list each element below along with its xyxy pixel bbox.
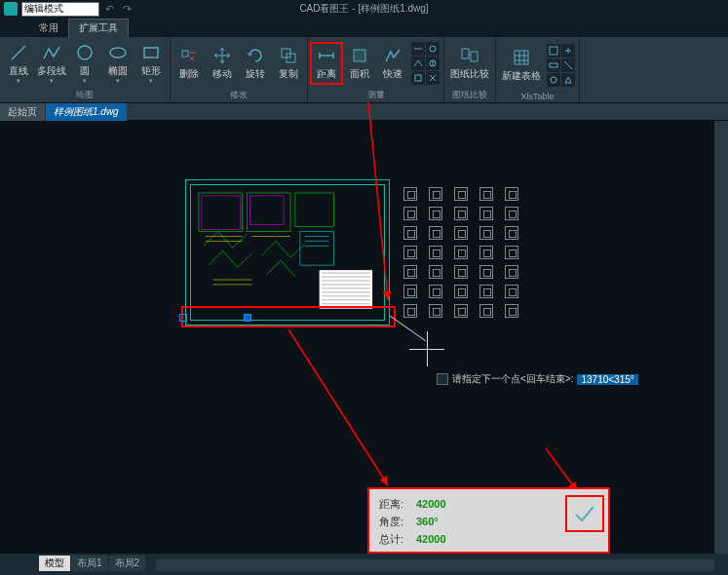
angle-label: 角度: bbox=[379, 513, 416, 530]
svg-line-0 bbox=[12, 46, 25, 59]
layout-model[interactable]: 模型 bbox=[39, 556, 70, 571]
svg-point-8 bbox=[430, 46, 436, 52]
tab-ext[interactable]: 扩展工具 bbox=[68, 19, 129, 37]
group-xls-label: XlsTable bbox=[520, 91, 554, 102]
group-draw-label: 绘图 bbox=[76, 88, 94, 102]
svg-rect-4 bbox=[182, 51, 188, 57]
svg-rect-11 bbox=[462, 49, 469, 58]
svg-rect-13 bbox=[515, 51, 528, 64]
thumbnail-icon[interactable] bbox=[403, 187, 417, 201]
grip-icon[interactable] bbox=[244, 314, 251, 322]
thumbnail-grid bbox=[403, 187, 522, 318]
tab-home[interactable]: 常用 bbox=[29, 19, 68, 37]
group-modify-label: 修改 bbox=[230, 88, 248, 102]
quick-button[interactable]: 快速 bbox=[376, 44, 409, 83]
svg-point-2 bbox=[110, 48, 126, 58]
svg-rect-7 bbox=[354, 50, 365, 61]
newtable-button[interactable]: 新建表格 bbox=[498, 46, 545, 85]
circle-button[interactable]: 圆▾ bbox=[68, 41, 101, 87]
svg-rect-22 bbox=[320, 270, 372, 309]
move-button[interactable]: 移动 bbox=[206, 44, 239, 83]
svg-point-1 bbox=[78, 46, 92, 59]
distance-button[interactable]: 距离 bbox=[310, 42, 343, 85]
total-value: 42000 bbox=[416, 530, 446, 548]
compare-button[interactable]: 图纸比较 bbox=[446, 44, 493, 83]
result-panel: 距离:42000 角度:360° 总计:42000 bbox=[367, 487, 610, 554]
check-icon bbox=[572, 501, 597, 526]
group-measure-label: 测量 bbox=[367, 88, 385, 102]
line-button[interactable]: 直线▾ bbox=[2, 41, 35, 87]
xls-extras[interactable] bbox=[545, 42, 577, 89]
delete-button[interactable]: 删除 bbox=[172, 44, 206, 83]
rotate-button[interactable]: 旋转 bbox=[239, 44, 272, 83]
layout-2[interactable]: 布局2 bbox=[109, 556, 146, 571]
svg-rect-12 bbox=[471, 52, 478, 61]
svg-rect-17 bbox=[199, 193, 243, 232]
svg-rect-10 bbox=[415, 75, 421, 81]
ellipse-button[interactable]: 椭圆▾ bbox=[101, 41, 134, 87]
drawing-frame bbox=[185, 179, 390, 326]
mode-selector[interactable]: 编辑模式 bbox=[21, 2, 99, 17]
doc-tab-start[interactable]: 起始页 bbox=[0, 103, 45, 121]
svg-rect-14 bbox=[550, 47, 557, 55]
app-logo bbox=[4, 2, 18, 16]
polyline-button[interactable]: 多段线▾ bbox=[35, 41, 68, 87]
group-compare-label: 图纸比较 bbox=[452, 88, 487, 102]
svg-rect-19 bbox=[295, 193, 334, 227]
dist-label: 距离: bbox=[379, 495, 416, 513]
confirm-button[interactable] bbox=[565, 495, 604, 532]
ribbon: 直线▾ 多段线▾ 圆▾ 椭圆▾ 矩形▾ 绘图 删除 移动 旋转 复制 修改 距离… bbox=[0, 37, 728, 103]
angle-value: 360° bbox=[416, 513, 439, 530]
selection-highlight bbox=[181, 306, 396, 327]
prompt-input[interactable]: 13710<315° bbox=[577, 374, 637, 385]
window-title: CAD看图王 - [样例图纸1.dwg] bbox=[299, 2, 428, 16]
prompt-icon bbox=[437, 373, 448, 385]
prompt-text: 请指定下一个点<回车结束>: bbox=[452, 372, 573, 386]
vertical-scrollbar[interactable] bbox=[714, 121, 728, 554]
rect-button[interactable]: 矩形▾ bbox=[134, 41, 168, 87]
grip-icon[interactable] bbox=[179, 314, 187, 322]
ribbon-tabs: 常用 扩展工具 bbox=[0, 18, 728, 37]
svg-rect-20 bbox=[202, 196, 241, 230]
doc-tab-file[interactable]: 样例图纸1.dwg bbox=[46, 103, 127, 121]
dist-value: 42000 bbox=[416, 495, 446, 513]
svg-rect-21 bbox=[249, 196, 284, 225]
layout-1[interactable]: 布局1 bbox=[71, 556, 108, 571]
copy-button[interactable]: 复制 bbox=[272, 44, 305, 83]
svg-rect-18 bbox=[247, 193, 290, 232]
svg-rect-3 bbox=[144, 48, 158, 58]
horizontal-scrollbar[interactable] bbox=[156, 559, 714, 571]
svg-rect-15 bbox=[550, 63, 557, 67]
area-button[interactable]: 面积 bbox=[343, 44, 376, 83]
crosshair-cursor bbox=[409, 331, 444, 366]
undo-icon[interactable]: ↶ bbox=[105, 3, 117, 15]
total-label: 总计: bbox=[379, 530, 416, 548]
svg-point-16 bbox=[551, 77, 556, 83]
measure-extras[interactable] bbox=[409, 40, 441, 87]
redo-icon[interactable]: ↷ bbox=[123, 3, 134, 15]
command-prompt: 请指定下一个点<回车结束>: 13710<315° bbox=[437, 372, 638, 386]
